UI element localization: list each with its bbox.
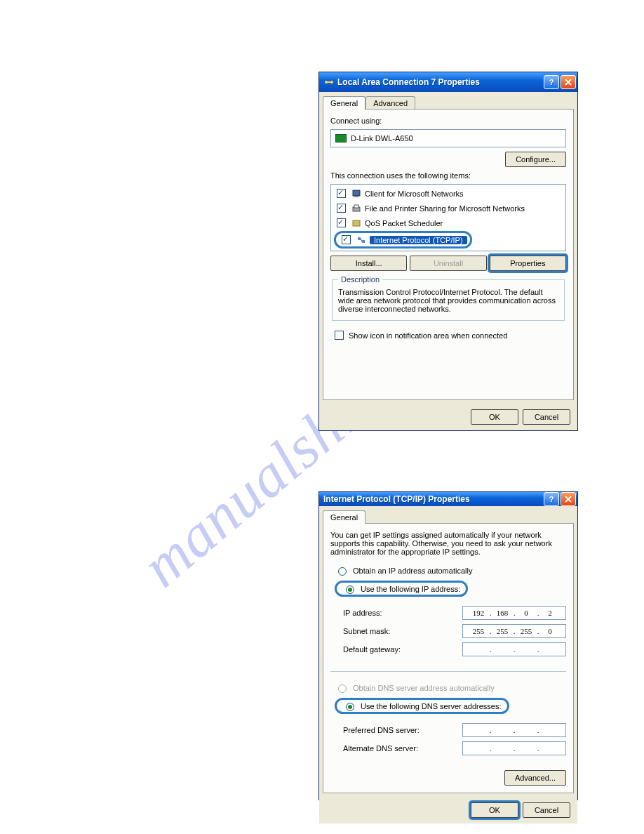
pref-dns-label: Preferred DNS server:	[343, 726, 462, 734]
ip-octet[interactable]: 192	[469, 609, 488, 617]
item-client[interactable]: Client for Microsoft Networks	[333, 186, 564, 201]
item-fps[interactable]: File and Printer Sharing for Microsoft N…	[333, 201, 564, 216]
obtain-ip-label: Obtain an IP address automatically	[353, 567, 472, 575]
svg-rect-6	[354, 196, 358, 197]
tcpip-properties-dialog: Internet Protocol (TCP/IP) Properties ? …	[318, 491, 578, 800]
cancel-button[interactable]: Cancel	[523, 409, 570, 425]
checkbox-qos[interactable]	[337, 218, 346, 227]
properties-button[interactable]: Properties	[490, 256, 566, 271]
items-label: This connection uses the following items…	[330, 171, 566, 180]
close-button[interactable]	[561, 492, 576, 506]
use-ip-container: Use the following IP address:	[335, 581, 566, 597]
titlebar[interactable]: Internet Protocol (TCP/IP) Properties ?	[319, 492, 577, 506]
configure-button[interactable]: Configure...	[505, 152, 566, 167]
tab-body: You can get IP settings assigned automat…	[323, 523, 574, 793]
connect-using-label: Connect using:	[330, 117, 566, 125]
adapter-field[interactable]: D-Link DWL-A650	[330, 129, 566, 147]
gateway-line: Default gateway: ...	[343, 642, 566, 657]
item-label: QoS Packet Scheduler	[365, 219, 443, 227]
alt-dns-line: Alternate DNS server: ...	[343, 741, 566, 756]
help-button[interactable]: ?	[544, 492, 559, 506]
ip-address-input[interactable]: 192. 168. 0. 2	[462, 606, 566, 620]
dialog-footer: OK Cancel	[319, 404, 577, 430]
checkbox-client[interactable]	[337, 189, 346, 198]
gateway-label: Default gateway:	[343, 645, 462, 654]
lan-properties-dialog: Local Area Connection 7 Properties ? Gen…	[318, 72, 578, 431]
description-text: Transmission Control Protocol/Internet P…	[338, 288, 558, 313]
client-icon	[351, 189, 362, 199]
highlight-ring: Use the following IP address:	[335, 581, 468, 597]
pref-dns-line: Preferred DNS server: ...	[343, 722, 566, 738]
use-dns-container: Use the following DNS server addresses:	[335, 698, 566, 714]
use-ip-radio[interactable]	[346, 585, 354, 594]
blurb-text: You can get IP settings assigned automat…	[330, 531, 566, 556]
show-icon-checkbox[interactable]	[335, 331, 344, 340]
alt-dns-input[interactable]: ...	[462, 741, 566, 755]
help-button[interactable]: ?	[544, 75, 559, 89]
obtain-dns-row: Obtain DNS server address automatically	[335, 682, 566, 694]
item-qos[interactable]: QoS Packet Scheduler	[333, 216, 564, 230]
nic-icon	[335, 134, 347, 143]
ip-octet[interactable]: 168	[492, 609, 512, 617]
ip-octet[interactable]: 0	[540, 628, 560, 635]
close-button[interactable]	[561, 75, 576, 89]
svg-rect-8	[354, 205, 358, 208]
item-buttons: Install... Uninstall Properties	[330, 256, 566, 271]
highlight-ring: Use the following DNS server addresses:	[335, 698, 509, 714]
printer-icon	[351, 204, 362, 213]
dialog-footer: OK Cancel	[319, 797, 577, 823]
ip-address-label: IP address:	[343, 609, 462, 617]
highlight-ring: Internet Protocol (TCP/IP)	[334, 231, 472, 249]
tcpip-icon	[356, 235, 367, 245]
ok-button[interactable]: OK	[471, 802, 518, 818]
show-icon-label: Show icon in notification area when conn…	[349, 331, 507, 340]
item-label: Client for Microsoft Networks	[365, 190, 464, 198]
adapter-name: D-Link DWL-A650	[351, 134, 413, 143]
advanced-button[interactable]: Advanced...	[504, 770, 566, 786]
ip-address-line: IP address: 192. 168. 0. 2	[343, 605, 566, 621]
description-legend: Description	[338, 275, 382, 284]
ip-octet[interactable]: 255	[516, 628, 536, 635]
tab-general[interactable]: General	[323, 96, 365, 110]
pref-dns-input[interactable]: ...	[462, 723, 566, 737]
checkbox-fps[interactable]	[337, 204, 346, 213]
obtain-dns-radio	[338, 684, 347, 693]
use-dns-label: Use the following DNS server addresses:	[361, 702, 502, 710]
obtain-ip-radio[interactable]	[338, 567, 347, 576]
ip-octet[interactable]: 255	[492, 628, 512, 635]
subnet-input[interactable]: 255. 255. 255. 0	[462, 624, 566, 638]
subnet-label: Subnet mask:	[343, 627, 462, 635]
tab-advanced[interactable]: Advanced	[365, 96, 415, 110]
svg-point-2	[330, 81, 333, 84]
tab-general[interactable]: General	[323, 510, 365, 524]
checkbox-tcpip[interactable]	[342, 235, 351, 244]
uninstall-button: Uninstall	[410, 256, 486, 271]
use-dns-radio[interactable]	[346, 703, 354, 711]
show-icon-row[interactable]: Show icon in notification area when conn…	[330, 328, 566, 343]
item-tcpip[interactable]: Internet Protocol (TCP/IP)	[333, 230, 564, 249]
svg-point-1	[325, 81, 328, 84]
dns-fields-group: Preferred DNS server: ... Alternate DNS …	[343, 720, 566, 759]
obtain-dns-label: Obtain DNS server address automatically	[353, 684, 495, 692]
titlebar[interactable]: Local Area Connection 7 Properties ?	[319, 72, 577, 92]
svg-rect-9	[353, 220, 360, 226]
item-label: Internet Protocol (TCP/IP)	[370, 236, 467, 244]
dialog-title: Internet Protocol (TCP/IP) Properties	[323, 494, 542, 504]
install-button[interactable]: Install...	[330, 256, 407, 271]
divider	[330, 671, 566, 672]
qos-icon	[351, 218, 362, 228]
obtain-ip-row[interactable]: Obtain an IP address automatically	[335, 564, 566, 576]
cancel-button[interactable]: Cancel	[523, 802, 570, 818]
alt-dns-label: Alternate DNS server:	[343, 744, 462, 753]
gateway-input[interactable]: ...	[462, 642, 566, 656]
items-list[interactable]: Client for Microsoft Networks File and P…	[330, 184, 566, 251]
use-ip-label: Use the following IP address:	[361, 585, 460, 593]
ip-octet[interactable]: 0	[516, 609, 536, 617]
description-group: Description Transmission Control Protoco…	[332, 275, 565, 321]
subnet-line: Subnet mask: 255. 255. 255. 0	[343, 623, 566, 639]
ok-button[interactable]: OK	[471, 409, 518, 425]
ip-octet[interactable]: 2	[540, 609, 560, 617]
tab-body: Connect using: D-Link DWL-A650 Configure…	[323, 109, 574, 400]
tabstrip: General	[319, 506, 577, 523]
ip-octet[interactable]: 255	[469, 628, 488, 635]
